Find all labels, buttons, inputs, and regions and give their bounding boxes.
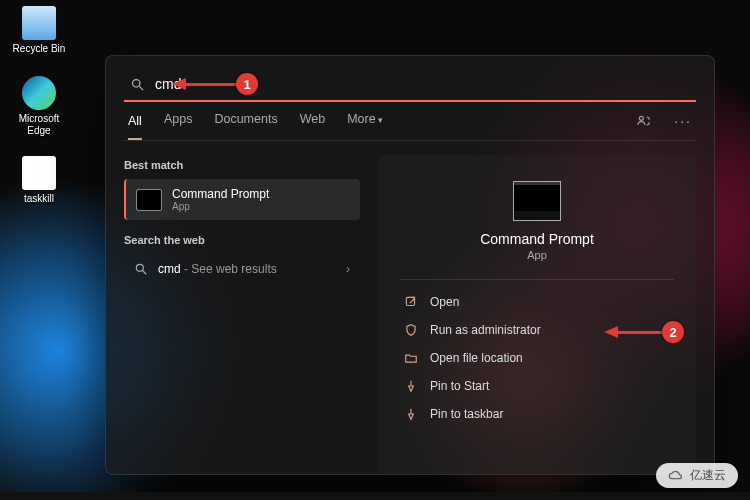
tab-documents[interactable]: Documents: [214, 112, 277, 130]
web-result-text: cmd - See web results: [158, 262, 277, 276]
pin-icon: [404, 407, 418, 421]
annotation-badge-1: 1: [236, 73, 258, 95]
desktop-icon-label: Microsoft Edge: [8, 113, 70, 137]
command-prompt-icon: [136, 189, 162, 211]
annotation-badge-2: 2: [662, 321, 684, 343]
tab-apps[interactable]: Apps: [164, 112, 193, 130]
result-command-prompt[interactable]: Command Prompt App: [124, 179, 360, 220]
desktop-icon-label: Recycle Bin: [8, 43, 70, 55]
preview-pane: Command Prompt App Open Run as administr…: [378, 155, 696, 475]
action-open[interactable]: Open: [400, 288, 674, 316]
account-sync-icon[interactable]: [636, 113, 652, 129]
svg-point-0: [133, 79, 141, 87]
search-bar[interactable]: [124, 72, 696, 102]
tab-web[interactable]: Web: [300, 112, 325, 130]
svg-point-3: [136, 264, 143, 271]
open-icon: [404, 295, 418, 309]
desktop-icon-taskkill[interactable]: taskkill: [8, 156, 70, 205]
preview-subtitle: App: [400, 249, 674, 261]
action-label: Open: [430, 295, 459, 309]
action-label: Pin to taskbar: [430, 407, 503, 421]
action-label: Pin to Start: [430, 379, 489, 393]
svg-rect-5: [406, 297, 414, 305]
taskkill-icon: [22, 156, 56, 190]
web-result-cmd[interactable]: cmd - See web results ›: [124, 254, 360, 284]
result-title: Command Prompt: [172, 187, 269, 201]
action-run-as-administrator[interactable]: Run as administrator: [400, 316, 674, 344]
chevron-right-icon: ›: [346, 262, 350, 276]
tab-all[interactable]: All: [128, 114, 142, 140]
svg-line-4: [143, 271, 147, 275]
action-open-file-location[interactable]: Open file location: [400, 344, 674, 372]
start-search-panel: All Apps Documents Web More ··· Best mat…: [105, 55, 715, 475]
search-icon: [134, 262, 148, 276]
action-pin-to-taskbar[interactable]: Pin to taskbar: [400, 400, 674, 428]
action-label: Open file location: [430, 351, 523, 365]
desktop-icon-recycle-bin[interactable]: Recycle Bin: [8, 6, 70, 55]
search-icon: [130, 77, 145, 92]
pin-icon: [404, 379, 418, 393]
command-prompt-large-icon: [513, 181, 561, 221]
folder-icon: [404, 351, 418, 365]
section-best-match: Best match: [124, 159, 360, 171]
cloud-icon: [668, 468, 684, 484]
result-subtitle: App: [172, 201, 269, 212]
watermark-text: 亿速云: [690, 467, 726, 484]
desktop-icon-label: taskkill: [8, 193, 70, 205]
section-search-web: Search the web: [124, 234, 360, 246]
preview-title: Command Prompt: [400, 231, 674, 247]
action-label: Run as administrator: [430, 323, 541, 337]
tab-more[interactable]: More: [347, 112, 383, 130]
edge-icon: [22, 76, 56, 110]
filter-tabs: All Apps Documents Web More ···: [124, 112, 696, 141]
results-column: Best match Command Prompt App Search the…: [124, 155, 360, 475]
divider: [400, 279, 674, 280]
desktop-icon-edge[interactable]: Microsoft Edge: [8, 76, 70, 137]
recycle-bin-icon: [22, 6, 56, 40]
taskbar[interactable]: [0, 492, 750, 500]
shield-icon: [404, 323, 418, 337]
svg-line-1: [139, 86, 143, 90]
svg-point-2: [640, 116, 644, 120]
more-options-icon[interactable]: ···: [674, 113, 692, 129]
action-pin-to-start[interactable]: Pin to Start: [400, 372, 674, 400]
watermark: 亿速云: [656, 463, 738, 488]
